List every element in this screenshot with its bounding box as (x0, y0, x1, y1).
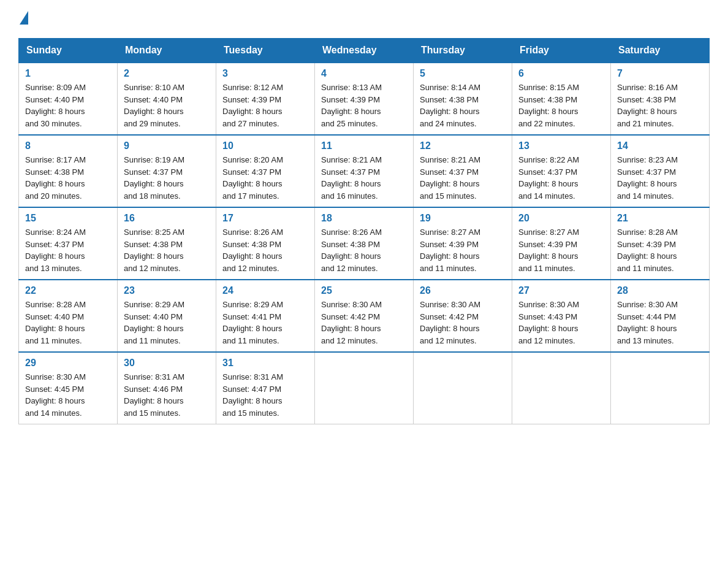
day-info: Sunrise: 8:30 AMSunset: 4:44 PMDaylight:… (617, 299, 703, 347)
day-info: Sunrise: 8:29 AMSunset: 4:41 PMDaylight:… (222, 299, 308, 347)
day-info: Sunrise: 8:30 AMSunset: 4:43 PMDaylight:… (518, 299, 604, 347)
day-number: 14 (617, 140, 703, 151)
day-info: Sunrise: 8:27 AMSunset: 4:39 PMDaylight:… (518, 226, 604, 274)
day-cell: 13Sunrise: 8:22 AMSunset: 4:37 PMDayligh… (512, 135, 611, 207)
header-day-thursday: Thursday (414, 39, 512, 63)
day-cell: 20Sunrise: 8:27 AMSunset: 4:39 PMDayligh… (512, 207, 611, 280)
day-info: Sunrise: 8:27 AMSunset: 4:39 PMDaylight:… (420, 226, 506, 274)
day-number: 10 (222, 140, 308, 151)
day-number: 28 (617, 285, 703, 296)
day-cell: 12Sunrise: 8:21 AMSunset: 4:37 PMDayligh… (414, 135, 512, 207)
day-cell: 30Sunrise: 8:31 AMSunset: 4:46 PMDayligh… (118, 352, 216, 424)
day-number: 6 (518, 68, 604, 79)
day-cell: 25Sunrise: 8:30 AMSunset: 4:42 PMDayligh… (315, 280, 414, 352)
day-number: 12 (420, 140, 506, 151)
page-header (18, 12, 710, 26)
day-cell: 23Sunrise: 8:29 AMSunset: 4:40 PMDayligh… (118, 280, 216, 352)
day-cell: 24Sunrise: 8:29 AMSunset: 4:41 PMDayligh… (216, 280, 315, 352)
day-cell: 18Sunrise: 8:26 AMSunset: 4:38 PMDayligh… (315, 207, 414, 280)
day-info: Sunrise: 8:25 AMSunset: 4:38 PMDaylight:… (124, 226, 210, 274)
logo (18, 12, 28, 26)
day-info: Sunrise: 8:30 AMSunset: 4:42 PMDaylight:… (420, 299, 506, 347)
day-number: 17 (222, 213, 308, 224)
week-row-5: 29Sunrise: 8:30 AMSunset: 4:45 PMDayligh… (19, 352, 710, 424)
day-cell: 22Sunrise: 8:28 AMSunset: 4:40 PMDayligh… (19, 280, 118, 352)
day-number: 5 (420, 68, 506, 79)
day-info: Sunrise: 8:31 AMSunset: 4:47 PMDaylight:… (222, 371, 308, 419)
day-cell (512, 352, 611, 424)
day-number: 31 (222, 358, 308, 369)
week-row-1: 1Sunrise: 8:09 AMSunset: 4:40 PMDaylight… (19, 63, 710, 135)
header-day-friday: Friday (512, 39, 611, 63)
day-number: 8 (25, 140, 111, 151)
day-info: Sunrise: 8:21 AMSunset: 4:37 PMDaylight:… (420, 154, 506, 202)
logo-triangle-icon (20, 11, 28, 25)
day-cell: 28Sunrise: 8:30 AMSunset: 4:44 PMDayligh… (611, 280, 710, 352)
day-number: 15 (25, 213, 111, 224)
day-info: Sunrise: 8:24 AMSunset: 4:37 PMDaylight:… (25, 226, 111, 274)
day-cell: 3Sunrise: 8:12 AMSunset: 4:39 PMDaylight… (216, 63, 315, 135)
day-info: Sunrise: 8:16 AMSunset: 4:38 PMDaylight:… (617, 82, 703, 129)
day-cell: 27Sunrise: 8:30 AMSunset: 4:43 PMDayligh… (512, 280, 611, 352)
day-number: 4 (321, 68, 407, 79)
day-cell: 10Sunrise: 8:20 AMSunset: 4:37 PMDayligh… (216, 135, 315, 207)
day-info: Sunrise: 8:31 AMSunset: 4:46 PMDaylight:… (124, 371, 210, 419)
day-cell: 26Sunrise: 8:30 AMSunset: 4:42 PMDayligh… (414, 280, 512, 352)
header-day-wednesday: Wednesday (315, 39, 414, 63)
day-cell: 16Sunrise: 8:25 AMSunset: 4:38 PMDayligh… (118, 207, 216, 280)
day-cell: 2Sunrise: 8:10 AMSunset: 4:40 PMDaylight… (118, 63, 216, 135)
calendar-header-row: SundayMondayTuesdayWednesdayThursdayFrid… (19, 39, 710, 63)
week-row-3: 15Sunrise: 8:24 AMSunset: 4:37 PMDayligh… (19, 207, 710, 280)
day-info: Sunrise: 8:22 AMSunset: 4:37 PMDaylight:… (518, 154, 604, 202)
day-number: 19 (420, 213, 506, 224)
day-cell: 7Sunrise: 8:16 AMSunset: 4:38 PMDaylight… (611, 63, 710, 135)
day-number: 21 (617, 213, 703, 224)
calendar-table: SundayMondayTuesdayWednesdayThursdayFrid… (18, 38, 710, 424)
day-cell: 5Sunrise: 8:14 AMSunset: 4:38 PMDaylight… (414, 63, 512, 135)
day-cell (414, 352, 512, 424)
day-number: 24 (222, 285, 308, 296)
day-number: 2 (124, 68, 210, 79)
header-day-sunday: Sunday (19, 39, 118, 63)
day-cell: 19Sunrise: 8:27 AMSunset: 4:39 PMDayligh… (414, 207, 512, 280)
day-cell: 1Sunrise: 8:09 AMSunset: 4:40 PMDaylight… (19, 63, 118, 135)
header-day-saturday: Saturday (611, 39, 710, 63)
day-number: 3 (222, 68, 308, 79)
day-number: 26 (420, 285, 506, 296)
day-info: Sunrise: 8:30 AMSunset: 4:42 PMDaylight:… (321, 299, 407, 347)
day-number: 27 (518, 285, 604, 296)
day-info: Sunrise: 8:23 AMSunset: 4:37 PMDaylight:… (617, 154, 703, 202)
day-cell (611, 352, 710, 424)
day-cell: 29Sunrise: 8:30 AMSunset: 4:45 PMDayligh… (19, 352, 118, 424)
day-cell: 14Sunrise: 8:23 AMSunset: 4:37 PMDayligh… (611, 135, 710, 207)
day-cell: 17Sunrise: 8:26 AMSunset: 4:38 PMDayligh… (216, 207, 315, 280)
day-cell: 6Sunrise: 8:15 AMSunset: 4:38 PMDaylight… (512, 63, 611, 135)
day-cell: 31Sunrise: 8:31 AMSunset: 4:47 PMDayligh… (216, 352, 315, 424)
day-number: 1 (25, 68, 111, 79)
day-number: 20 (518, 213, 604, 224)
day-info: Sunrise: 8:13 AMSunset: 4:39 PMDaylight:… (321, 82, 407, 129)
day-info: Sunrise: 8:30 AMSunset: 4:45 PMDaylight:… (25, 371, 111, 419)
week-row-4: 22Sunrise: 8:28 AMSunset: 4:40 PMDayligh… (19, 280, 710, 352)
day-number: 29 (25, 358, 111, 369)
day-info: Sunrise: 8:14 AMSunset: 4:38 PMDaylight:… (420, 82, 506, 129)
day-info: Sunrise: 8:09 AMSunset: 4:40 PMDaylight:… (25, 82, 111, 129)
day-info: Sunrise: 8:12 AMSunset: 4:39 PMDaylight:… (222, 82, 308, 129)
day-cell: 21Sunrise: 8:28 AMSunset: 4:39 PMDayligh… (611, 207, 710, 280)
day-number: 22 (25, 285, 111, 296)
day-number: 9 (124, 140, 210, 151)
day-info: Sunrise: 8:15 AMSunset: 4:38 PMDaylight:… (518, 82, 604, 129)
day-cell (315, 352, 414, 424)
day-info: Sunrise: 8:10 AMSunset: 4:40 PMDaylight:… (124, 82, 210, 129)
day-number: 13 (518, 140, 604, 151)
day-number: 23 (124, 285, 210, 296)
day-info: Sunrise: 8:21 AMSunset: 4:37 PMDaylight:… (321, 154, 407, 202)
day-cell: 8Sunrise: 8:17 AMSunset: 4:38 PMDaylight… (19, 135, 118, 207)
day-cell: 9Sunrise: 8:19 AMSunset: 4:37 PMDaylight… (118, 135, 216, 207)
day-cell: 11Sunrise: 8:21 AMSunset: 4:37 PMDayligh… (315, 135, 414, 207)
day-cell: 4Sunrise: 8:13 AMSunset: 4:39 PMDaylight… (315, 63, 414, 135)
header-day-tuesday: Tuesday (216, 39, 315, 63)
week-row-2: 8Sunrise: 8:17 AMSunset: 4:38 PMDaylight… (19, 135, 710, 207)
day-number: 7 (617, 68, 703, 79)
day-info: Sunrise: 8:29 AMSunset: 4:40 PMDaylight:… (124, 299, 210, 347)
